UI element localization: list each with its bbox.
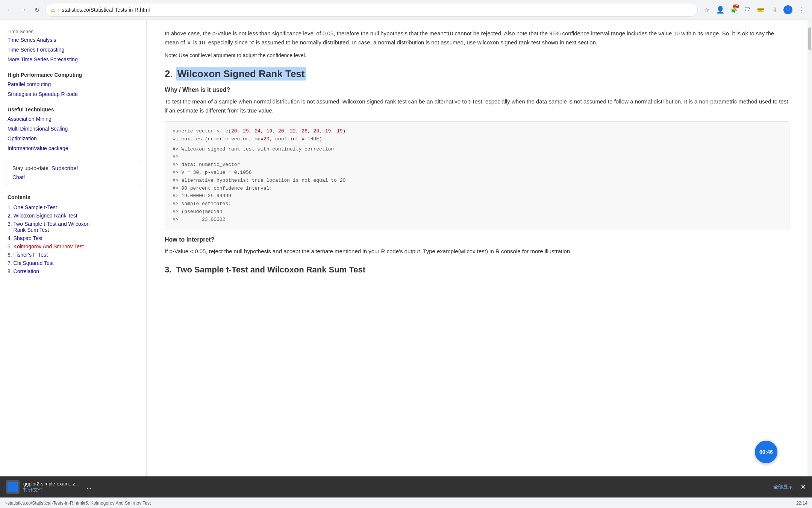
downloads-button[interactable]: ⇩ [768,4,780,16]
notif-app-icon [6,480,20,494]
code-output: #> Wilcoxon signed rank test with contin… [173,146,782,224]
notif-text-block: ggplot2-simple-exam...z... 打开文件 [23,481,79,493]
contents-title: Contents [8,194,139,200]
refresh-button[interactable]: ↻ [32,5,42,15]
time-series-section: Time Series Time Series Analysis Time Se… [0,24,146,67]
status-time: 22:14 [796,500,807,506]
why-text: To test the mean of a sample when normal… [165,97,789,115]
contents-link-1[interactable]: 1. One Sample t-Test [8,203,139,211]
main-content: In above case, the p-Value is not less t… [147,20,807,508]
sidebar-link-multi-dimensional-scaling[interactable]: Multi Dimensional Scaling [0,124,146,134]
section2-heading: 2. Wilcoxon Signed Rank Test [165,67,789,81]
menu-button[interactable]: ⋮ [795,4,807,16]
high-performance-title: High Performance Computing [0,69,146,79]
useful-techniques-title: Useful Techniques [0,103,146,114]
sidebar-link-time-series-header[interactable]: Time Series [0,27,146,35]
url-text: r-statistics.co/Statistical-Tests-in-R.h… [58,7,692,13]
contents-link-7[interactable]: 7. Chi Squared Test [8,259,139,267]
scroll-thumb [808,27,811,50]
section2-title-highlighted: Wilcoxon Signed Rank Test [176,67,306,81]
browser-chrome: ← → ↻ ⚠ r-statistics.co/Statistical-Test… [0,0,812,20]
address-bar[interactable]: ⚠ r-statistics.co/Statistical-Tests-in-R… [45,3,698,17]
code-line-2: wilcox.test(numeric_vector, mu=20, conf.… [173,135,782,143]
section2-number: 2. [165,68,173,80]
bookmarks-button[interactable]: ☆ [701,4,713,16]
useful-techniques-section: Useful Techniques Association Mining Mul… [0,101,146,155]
profile-extensions-button[interactable]: 👤 [714,4,726,16]
contents-section: Contents 1. One Sample t-Test 2. Wilcoxo… [0,190,146,280]
contents-link-4[interactable]: 4. Shapiro Test [8,234,139,242]
extensions-button[interactable]: 🧩 17 [728,4,740,16]
video-timer[interactable]: 00:46 [755,441,777,463]
notif-left: ggplot2-simple-exam...z... 打开文件 ... [6,480,95,494]
back-button[interactable]: ← [5,5,15,15]
sidebar-link-time-series-analysis[interactable]: Time Series Analysis [0,35,146,45]
subscribe-link[interactable]: Subscribe! [52,165,78,171]
sidebar-link-time-series-forecasting[interactable]: Time Series Forecasting [0,45,146,55]
status-bar: r-statistics.co/Statistical-Tests-in-R.h… [0,497,812,508]
intro-paragraph: In above case, the p-Value is not less t… [165,29,789,47]
sidebar-link-optimization[interactable]: Optimization [0,134,146,143]
code-line-1: numeric_vector <- c(20, 29, 24, 19, 20, … [173,128,782,135]
toolbar-actions: ☆ 👤 🧩 17 🛡 💳 ⇩ U ⋮ [701,4,807,16]
timer-text: 00:46 [759,449,773,455]
stay-text: Stay up-to-date. [12,165,50,171]
notif-icon-inner [8,482,18,492]
contents-link-5[interactable]: 5. Kolmogorov And Smirnov Test [8,242,139,251]
how-interpret-text: If p-Value < 0.05, reject the null hypot… [165,247,789,256]
timer-circle: 00:46 [755,441,777,463]
notif-actions: 全部显示 ✕ [773,483,806,491]
stay-box: Stay up-to-date. Subscribe! Chat! [6,160,140,185]
sidebar-link-association-mining[interactable]: Association Mining [0,114,146,124]
contents-link-6[interactable]: 6. Fisher's F-Test [8,251,139,259]
sidebar-link-parallel-computing[interactable]: Parallel computing [0,79,146,89]
contents-link-3[interactable]: 3. Two Sample t-Test and Wilcoxon Rank S… [8,220,139,234]
how-interpret-heading: How to interpret? [165,236,789,243]
notif-title: ggplot2-simple-exam...z... [23,481,79,487]
high-performance-section: High Performance Computing Parallel comp… [0,67,146,101]
profile-button[interactable]: U [782,4,794,16]
code-block: numeric_vector <- c(20, 29, 24, 19, 20, … [165,121,789,230]
show-all-link[interactable]: 全部显示 [773,484,793,490]
notif-more-button[interactable]: ... [83,481,95,493]
notification-bar: ggplot2-simple-exam...z... 打开文件 ... 全部显示… [0,476,812,497]
sidebar: Time Series Time Series Analysis Time Se… [0,20,147,508]
extension-badge: 17 [733,5,739,8]
section3-heading: 3. Two Sample t-Test and Wilcoxon Rank S… [165,265,789,275]
scroll-track[interactable] [807,20,812,508]
sidebar-link-strategies-speedup[interactable]: Strategies to Speedup R code [0,89,146,99]
forward-button[interactable]: → [18,5,29,15]
contents-link-2[interactable]: 2. Wilcoxon Signed Rank Test [8,211,139,220]
notif-close-button[interactable]: ✕ [800,483,806,491]
note-text: Note: Use conf.level argument to adjust … [165,52,789,58]
page-layout: Time Series Time Series Analysis Time Se… [0,20,812,508]
contents-link-8[interactable]: 8. Correlation [8,267,139,275]
shields-button[interactable]: 🛡 [741,4,753,16]
status-url: r-statistics.co/Statistical-Tests-in-R.h… [5,500,151,506]
browser-toolbar: ← → ↻ ⚠ r-statistics.co/Statistical-Test… [0,0,812,20]
security-icon: ⚠ [51,7,55,13]
chat-link[interactable]: Chat! [12,174,134,180]
open-file-link[interactable]: 打开文件 [23,487,79,493]
sidebar-link-more-time-series-forecasting[interactable]: More Time Series Forecasting [0,55,146,64]
sidebar-link-informationvalue[interactable]: InformationValue package [0,143,146,153]
wallet-button[interactable]: 💳 [755,4,767,16]
why-heading: Why / When is it used? [165,87,789,93]
